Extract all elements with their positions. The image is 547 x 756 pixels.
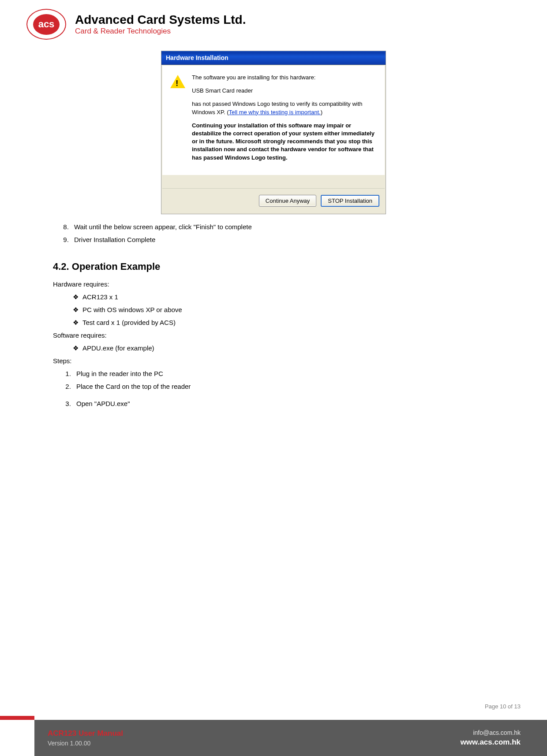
op-step-3: Open "APDU.exe" bbox=[73, 400, 494, 407]
software-list: APDU.exe (for example) bbox=[73, 344, 494, 352]
company-tagline: Card & Reader Technologies bbox=[75, 27, 246, 36]
document-header: acs Advanced Card Systems Ltd. Card & Re… bbox=[26, 9, 521, 40]
dialog-warning: Continuing your installation of this sof… bbox=[192, 122, 377, 162]
hardware-requires-label: Hardware requires: bbox=[53, 280, 494, 288]
footer-accent-stripe bbox=[0, 716, 34, 720]
install-steps-continued: Wait until the below screen appear, clic… bbox=[71, 223, 494, 243]
warning-icon bbox=[170, 75, 185, 90]
section-heading: 4.2. Operation Example bbox=[53, 261, 494, 272]
continue-anyway-button[interactable]: Continue Anyway bbox=[259, 195, 316, 207]
website-url: www.acs.com.hk bbox=[461, 738, 521, 747]
dialog-line1: The software you are installing for this… bbox=[192, 74, 377, 82]
testing-important-link[interactable]: Tell me why this testing is important. bbox=[229, 109, 321, 115]
step-8: Wait until the below screen appear, clic… bbox=[71, 223, 494, 231]
software-requires-label: Software requires: bbox=[53, 331, 494, 339]
step-9: Driver Installation Complete bbox=[71, 236, 494, 243]
steps-label: Steps: bbox=[53, 357, 494, 365]
contact-email: info@acs.com.hk bbox=[461, 729, 521, 736]
logo-text: acs bbox=[33, 14, 60, 35]
logo-icon: acs bbox=[26, 9, 66, 40]
operation-steps: Plug in the reader into the PC Place the… bbox=[73, 370, 494, 407]
list-item: APDU.exe (for example) bbox=[73, 344, 494, 352]
hardware-list: ACR123 x 1 PC with OS windows XP or abov… bbox=[73, 293, 494, 326]
dialog-device: USB Smart Card reader bbox=[192, 87, 377, 95]
stop-installation-button[interactable]: STOP Installation bbox=[321, 195, 379, 207]
dialog-compat-text: has not passed Windows Logo testing to v… bbox=[192, 100, 377, 116]
op-step-1: Plug in the reader into the PC bbox=[73, 370, 494, 377]
footer-bar: ACR123 User Manual Version 1.00.00 info@… bbox=[34, 720, 547, 756]
dialog-title: Hardware Installation bbox=[161, 51, 386, 65]
hardware-installation-dialog: Hardware Installation The software you a… bbox=[161, 51, 386, 214]
manual-title: ACR123 User Manual bbox=[48, 729, 123, 738]
op-step-2: Place the Card on the top of the reader bbox=[73, 383, 494, 390]
company-name: Advanced Card Systems Ltd. bbox=[75, 13, 246, 27]
version-text: Version 1.00.00 bbox=[48, 740, 123, 747]
list-item: ACR123 x 1 bbox=[73, 293, 494, 301]
page-number: Page 10 of 13 bbox=[485, 703, 521, 710]
list-item: PC with OS windows XP or above bbox=[73, 306, 494, 313]
list-item: Test card x 1 (provided by ACS) bbox=[73, 319, 494, 326]
